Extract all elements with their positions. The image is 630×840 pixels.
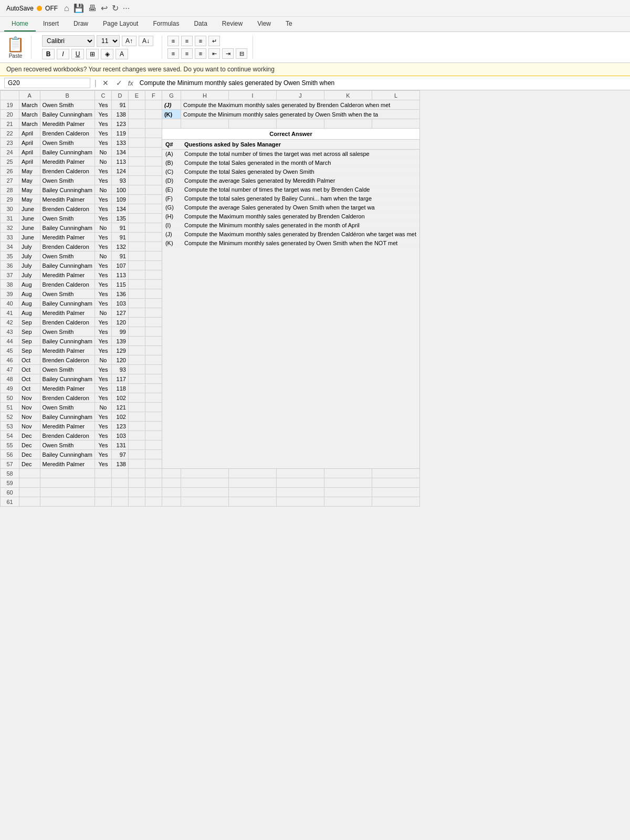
cell-a[interactable]: May <box>19 195 40 204</box>
cell-a[interactable] <box>19 497 40 507</box>
cell-d[interactable]: 91 <box>111 251 128 261</box>
cell-g[interactable] <box>162 478 181 488</box>
tab-review[interactable]: Review <box>215 17 250 32</box>
cell-c[interactable] <box>94 497 111 507</box>
cell-l[interactable] <box>372 488 419 497</box>
cell-a[interactable]: Oct <box>19 365 40 374</box>
cell-b[interactable]: Bailey Cunningham <box>40 261 94 270</box>
cell-l[interactable] <box>372 119 419 129</box>
cell-e[interactable] <box>128 214 145 223</box>
col-header-k[interactable]: K <box>324 91 372 100</box>
cell-d[interactable]: 118 <box>111 384 128 393</box>
decrease-font-button[interactable]: A↓ <box>139 36 153 46</box>
cell-h[interactable] <box>181 488 229 497</box>
cell-d[interactable]: 133 <box>111 138 128 148</box>
cell-f[interactable] <box>145 138 162 148</box>
cell-b[interactable]: Meredith Palmer <box>40 195 94 204</box>
cell-e[interactable] <box>128 393 145 403</box>
cell-d[interactable]: 115 <box>111 280 128 289</box>
cell-d[interactable]: 109 <box>111 195 128 204</box>
cell-c[interactable]: Yes <box>94 119 111 129</box>
cell-d[interactable]: 119 <box>111 129 128 138</box>
cell-c[interactable]: Yes <box>94 129 111 138</box>
cell-l[interactable] <box>372 478 419 488</box>
cell-e[interactable] <box>128 100 145 110</box>
cell-f[interactable] <box>145 431 162 440</box>
cell-b[interactable]: Owen Smith <box>40 176 94 185</box>
cell-d[interactable]: 102 <box>111 412 128 422</box>
cell-b[interactable]: Bailey Cunningham <box>40 337 94 346</box>
cell-d[interactable]: 132 <box>111 242 128 251</box>
cell-f[interactable] <box>145 289 162 299</box>
indent-right-button[interactable]: ⇥ <box>222 48 234 59</box>
cell-e[interactable] <box>128 176 145 185</box>
underline-button[interactable]: U <box>71 49 84 59</box>
cell-g[interactable] <box>162 488 181 497</box>
cell-b[interactable]: Brenden Calderon <box>40 166 94 176</box>
cell-c[interactable]: No <box>94 223 111 233</box>
cell-c[interactable]: Yes <box>94 270 111 280</box>
cell-b[interactable]: Owen Smith <box>40 365 94 374</box>
cell-a[interactable]: July <box>19 251 40 261</box>
cell-c[interactable]: Yes <box>94 233 111 242</box>
col-header-h[interactable]: H <box>181 91 229 100</box>
bold-button[interactable]: B <box>42 49 55 59</box>
cell-f[interactable] <box>145 478 162 488</box>
cell-f[interactable] <box>145 497 162 507</box>
align-mid-button[interactable]: ≡ <box>181 36 193 46</box>
cell-a[interactable]: July <box>19 270 40 280</box>
cell-a[interactable]: Dec <box>19 440 40 450</box>
cell-e[interactable] <box>128 355 145 365</box>
cell-e[interactable] <box>128 148 145 157</box>
increase-font-button[interactable]: A↑ <box>122 36 136 46</box>
cell-f[interactable] <box>145 214 162 223</box>
cell-e[interactable] <box>128 346 145 355</box>
cell-d[interactable]: 123 <box>111 422 128 431</box>
cell-d[interactable]: 138 <box>111 110 128 119</box>
cell-e[interactable] <box>128 242 145 251</box>
col-header-l[interactable]: L <box>372 91 419 100</box>
cell-a[interactable]: May <box>19 176 40 185</box>
cell-c[interactable]: Yes <box>94 327 111 337</box>
cell-b[interactable]: Owen Smith <box>40 440 94 450</box>
cell-a[interactable]: May <box>19 166 40 176</box>
cell-b[interactable]: Brenden Calderon <box>40 129 94 138</box>
cell-h[interactable] <box>181 478 229 488</box>
cell-d[interactable]: 123 <box>111 119 128 129</box>
cell-c[interactable]: Yes <box>94 299 111 308</box>
cell-c[interactable]: No <box>94 308 111 318</box>
cell-i[interactable] <box>229 478 277 488</box>
cell-b[interactable]: Bailey Cunningham <box>40 374 94 384</box>
font-family-select[interactable]: Calibri <box>42 35 94 47</box>
cell-f[interactable] <box>145 318 162 327</box>
cell-d[interactable]: 136 <box>111 289 128 299</box>
cell-c[interactable]: Yes <box>94 318 111 327</box>
col-header-f[interactable]: F <box>145 91 162 100</box>
cell-c[interactable]: Yes <box>94 100 111 110</box>
cell-b[interactable]: Meredith Palmer <box>40 346 94 355</box>
cell-e[interactable] <box>128 374 145 384</box>
align-center-button[interactable]: ≡ <box>181 48 193 59</box>
tab-home[interactable]: Home <box>4 17 36 32</box>
cell-a[interactable] <box>19 478 40 488</box>
cell-g[interactable] <box>162 497 181 507</box>
cell-c[interactable]: Yes <box>94 110 111 119</box>
cell-e[interactable] <box>128 157 145 166</box>
cell-h[interactable] <box>181 119 229 129</box>
cell-e[interactable] <box>128 365 145 374</box>
cell-d[interactable]: 138 <box>111 459 128 469</box>
cell-a[interactable]: March <box>19 119 40 129</box>
cell-e[interactable] <box>128 270 145 280</box>
cell-e[interactable] <box>128 478 145 488</box>
cell-e[interactable] <box>128 280 145 289</box>
cell-f[interactable] <box>145 393 162 403</box>
cell-b[interactable] <box>40 478 94 488</box>
cell-k[interactable] <box>324 497 372 507</box>
cell-c[interactable]: Yes <box>94 242 111 251</box>
cell-f[interactable] <box>145 299 162 308</box>
cell-c[interactable]: Yes <box>94 431 111 440</box>
paste-label[interactable]: Paste <box>9 53 23 59</box>
cell-e[interactable] <box>128 195 145 204</box>
cell-a[interactable]: May <box>19 185 40 195</box>
cell-c[interactable]: Yes <box>94 450 111 459</box>
